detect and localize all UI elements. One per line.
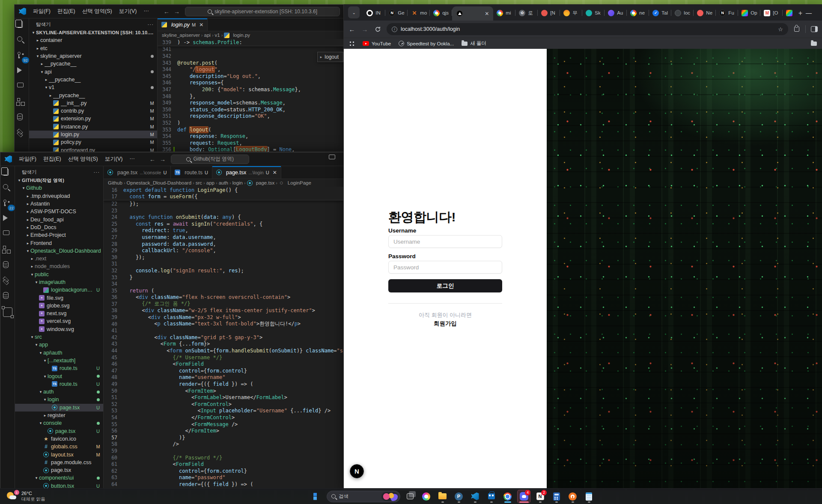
tab-login-py[interactable]: login.py M ✕ (158, 18, 208, 31)
tree-item[interactable]: page.tsxU (15, 404, 103, 412)
tree-item[interactable]: ▾api (29, 68, 157, 75)
taskbar-discord-button[interactable]: 4 (517, 490, 530, 503)
tree-item[interactable]: ▸node_modules (15, 262, 103, 270)
taskbar-chrome-button[interactable] (501, 490, 514, 503)
explorer-actions-button[interactable]: ··· (94, 170, 100, 175)
tree-item[interactable]: ▸Frontend (15, 239, 103, 247)
tree-item[interactable]: ▸Embed-Project (15, 231, 103, 239)
tab-page-tsx[interactable]: page.tsx...\loginU✕ (212, 166, 281, 179)
breadcrumb-item[interactable]: v1 (215, 33, 220, 38)
menu-item[interactable]: 편집(E) (54, 6, 79, 16)
browser-tab[interactable]: ✕mo (408, 7, 430, 18)
tab-page-tsx[interactable]: page.tsx...\consoleU (104, 166, 171, 179)
extensions-icon[interactable] (17, 98, 27, 107)
tree-item[interactable]: #globals.cssM (15, 443, 103, 450)
tree-item[interactable]: ▾public (15, 271, 103, 278)
source-control-icon[interactable]: 22 (3, 200, 12, 209)
tree-item[interactable]: ★favicon.ico (15, 435, 103, 443)
browser-tab[interactable]: ne (627, 7, 649, 18)
browser-tab[interactable]: NGe (385, 7, 408, 18)
tree-item[interactable]: ▾image\auth (15, 278, 103, 286)
minimize-button[interactable]: — (806, 9, 819, 21)
menu-item[interactable]: 파일(F) (15, 154, 40, 164)
new-tab-button[interactable]: + (798, 9, 802, 17)
tree-item[interactable]: ▾v1 (29, 84, 157, 91)
reload-icon[interactable] (374, 25, 381, 33)
code-editor[interactable]: 339) -> schemas.Profile:341342343@router… (158, 39, 343, 152)
browser-tab[interactable]: NFu (716, 7, 738, 18)
site-info-icon[interactable]: i (392, 27, 397, 32)
tree-item[interactable]: ▸ASW-PSMT-DOCS (15, 208, 103, 215)
close-icon[interactable]: ✕ (485, 11, 489, 17)
bookmark-star-icon[interactable]: ☆ (778, 26, 783, 33)
bookmark-youtube[interactable]: YouTube (363, 41, 391, 46)
menu-item[interactable]: 파일(F) (30, 6, 54, 16)
tree-item[interactable]: ▸etc (29, 45, 157, 52)
tree-item[interactable]: ▾src (15, 333, 103, 341)
docker-icon[interactable] (17, 129, 27, 138)
taskbar-explorer-button[interactable] (436, 490, 449, 503)
breadcrumb-item[interactable]: auth (219, 180, 228, 185)
explorer-icon[interactable] (3, 169, 12, 178)
nextjs-dev-badge[interactable]: N (350, 464, 364, 478)
menu-item[interactable]: ··· (140, 6, 152, 16)
tree-item[interactable]: ▸Astantin (15, 200, 103, 208)
browser-tab[interactable]: Sk (582, 7, 605, 18)
taskbar-vscode-button[interactable] (468, 490, 482, 503)
history-forward-button[interactable]: → (160, 156, 166, 163)
source-control-icon[interactable]: 92 (17, 52, 27, 61)
tree-item[interactable]: ✶file.svg (15, 294, 103, 301)
browser-tab[interactable]: [N (538, 7, 560, 18)
apps-grid-icon[interactable] (349, 41, 355, 47)
breadcrumb-item[interactable]: skyline_apiserver (162, 33, 200, 38)
tree-item[interactable]: ▸container (29, 36, 157, 44)
breadcrumb-item[interactable]: api (204, 33, 211, 38)
tree-item[interactable]: ▸.tmp.driveupload (15, 192, 103, 200)
taskbar-search[interactable]: 검색 (327, 491, 400, 502)
run-debug-icon[interactable] (17, 67, 27, 77)
back-icon[interactable]: ← (348, 25, 356, 33)
bookmark-speedtest[interactable]: Speedtest by Ookla... (399, 41, 454, 46)
tree-item[interactable]: TSroute.tsU (15, 364, 103, 372)
extensions-puzzle-icon[interactable] (793, 26, 800, 33)
menu-item[interactable]: 보기(V) (116, 6, 140, 16)
taskbar-copilot-button[interactable] (420, 490, 433, 503)
tree-item[interactable]: ▸.next (15, 255, 103, 262)
username-input[interactable] (388, 235, 502, 248)
taskbar-taskview-button[interactable] (403, 490, 417, 503)
taskbar-notepad-button[interactable] (582, 490, 596, 503)
explorer-icon[interactable] (17, 21, 27, 30)
browser-tab[interactable]: Op (738, 7, 760, 18)
tree-item[interactable]: ▸__pycache__ (29, 91, 157, 99)
signup-link[interactable]: 회원가입 (388, 320, 502, 328)
browser-tab[interactable]: ✿로 (515, 7, 538, 18)
browser-tab[interactable]: Au (605, 7, 627, 18)
taskbar-store-button[interactable] (485, 490, 498, 503)
taskbar-calculator-button[interactable] (550, 490, 563, 503)
tree-item[interactable]: policy.pyM (29, 138, 157, 146)
breadcrumb-item[interactable]: login (232, 180, 243, 185)
docker-icon[interactable] (3, 277, 12, 286)
breadcrumb-item[interactable]: LoginPage (288, 180, 311, 185)
menu-item[interactable]: 보기(V) (101, 154, 126, 164)
tree-item[interactable]: extension.pyM (29, 115, 157, 122)
browser-tab[interactable]: Op (783, 7, 795, 18)
tree-item[interactable]: __init__.pyM (29, 99, 157, 107)
browser-tab[interactable]: IN (363, 7, 385, 18)
breadcrumb-item[interactable]: page.tsx (256, 180, 274, 185)
taskbar-notion-button[interactable]: N2 (533, 490, 547, 503)
menu-item[interactable]: ··· (126, 154, 138, 164)
history-back-button[interactable]: ← (164, 8, 170, 15)
tree-item[interactable]: page.tsxU (15, 427, 103, 435)
layout-customize-icon[interactable] (329, 155, 338, 164)
tree-item[interactable]: ▾skyline_apiserver (29, 52, 157, 60)
browser-tab[interactable]: 무 (560, 7, 582, 18)
tree-item[interactable]: ▸__pycache__ (29, 76, 157, 84)
remote-explorer-icon[interactable] (3, 230, 12, 240)
menu-item[interactable]: 편집(E) (40, 154, 65, 164)
browser-tab[interactable]: ✕ (452, 6, 493, 21)
taskbar-openvpn-button[interactable] (566, 490, 579, 503)
tree-item[interactable]: ▾components\ui (15, 474, 103, 482)
tree-item[interactable]: ▾api\auth (15, 349, 103, 357)
tree-item[interactable]: ▾console (15, 419, 103, 427)
